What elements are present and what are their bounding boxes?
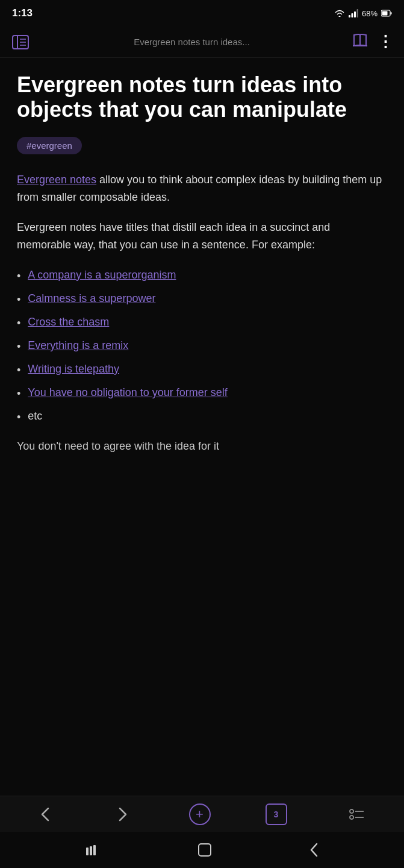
battery-icon — [381, 10, 392, 17]
add-button[interactable]: + — [189, 804, 211, 825]
list-item: • Calmness is a superpower — [17, 291, 387, 308]
nav-right: ⋮ — [352, 33, 394, 51]
bullet-dot: • — [17, 292, 20, 308]
bullet-dot: • — [17, 268, 20, 285]
list-item: • Writing is telepathy — [17, 361, 387, 379]
nav-title: Evergreen notes turn ideas... — [31, 37, 352, 47]
sidebar-toggle-button[interactable] — [10, 33, 31, 51]
add-icon: + — [196, 808, 204, 821]
status-bar: 1:13 68% — [0, 0, 404, 27]
evergreen-notes-link[interactable]: Evergreen notes — [17, 174, 96, 186]
svg-rect-6 — [382, 11, 388, 16]
more-options-icon[interactable]: ⋮ — [378, 33, 394, 51]
system-navigation-bar — [0, 832, 404, 868]
back-button[interactable] — [34, 804, 57, 825]
list-item: • You have no obligation to your former … — [17, 385, 387, 402]
list-item: • Everything is a remix — [17, 338, 387, 355]
forward-button[interactable] — [111, 804, 134, 825]
svg-rect-18 — [90, 846, 92, 855]
status-icons: 68% — [334, 9, 392, 18]
svg-rect-20 — [199, 844, 211, 856]
bullet-dot: • — [17, 409, 20, 426]
bottom-truncated-text: You don't need to agree with the idea fo… — [17, 438, 387, 455]
list-item: • etc — [17, 408, 387, 426]
svg-rect-3 — [356, 9, 358, 17]
main-title: Evergreen notes turn ideas into objects … — [17, 72, 387, 122]
bullet-link-3[interactable]: Cross the chasm — [28, 314, 109, 330]
signal-icon — [349, 9, 358, 17]
paragraph-1: Evergreen notes allow you to think about… — [17, 171, 387, 206]
tag-evergreen[interactable]: #evergreen — [17, 137, 82, 154]
bullet-dot: • — [17, 362, 20, 379]
bullet-link-5[interactable]: Writing is telepathy — [28, 361, 119, 377]
nav-bar: Evergreen notes turn ideas... ⋮ — [0, 27, 404, 58]
bullet-dot: • — [17, 386, 20, 402]
nav-left — [10, 33, 31, 51]
count-label: 3 — [274, 810, 279, 819]
svg-rect-17 — [86, 848, 89, 855]
bullet-dot: • — [17, 339, 20, 355]
svg-rect-0 — [349, 15, 350, 17]
bullet-link-2[interactable]: Calmness is a superpower — [28, 291, 155, 307]
nav-title-area: Evergreen notes turn ideas... — [31, 37, 352, 47]
bullet-link-1[interactable]: A company is a superorganism — [28, 267, 176, 283]
bullet-text-etc: etc — [28, 408, 42, 424]
main-content: Evergreen notes turn ideas into objects … — [0, 58, 404, 467]
recent-apps-button[interactable] — [85, 844, 100, 855]
bullet-list: • A company is a superorganism • Calmnes… — [17, 267, 387, 426]
bottom-toolbar: + 3 — [0, 796, 404, 832]
home-button[interactable] — [198, 843, 211, 857]
back-system-button[interactable] — [309, 842, 319, 858]
svg-rect-2 — [354, 11, 356, 17]
paragraph-2: Evergreen notes have titles that distill… — [17, 219, 387, 254]
tag-container: #evergreen — [17, 137, 387, 154]
svg-rect-1 — [351, 13, 353, 17]
wifi-icon — [334, 9, 345, 17]
list-item: • Cross the chasm — [17, 314, 387, 332]
list-item: • A company is a superorganism — [17, 267, 387, 285]
bullet-link-4[interactable]: Everything is a remix — [28, 338, 128, 354]
status-time: 1:13 — [12, 7, 33, 19]
battery-text: 68% — [362, 9, 378, 18]
menu-button[interactable] — [342, 805, 371, 824]
count-button[interactable]: 3 — [266, 804, 287, 825]
bullet-link-6[interactable]: You have no obligation to your former se… — [28, 385, 228, 401]
svg-rect-5 — [391, 12, 392, 14]
svg-point-14 — [350, 816, 353, 819]
book-icon[interactable] — [352, 34, 368, 51]
svg-point-13 — [350, 810, 353, 813]
svg-rect-19 — [93, 845, 96, 855]
bullet-dot: • — [17, 315, 20, 332]
